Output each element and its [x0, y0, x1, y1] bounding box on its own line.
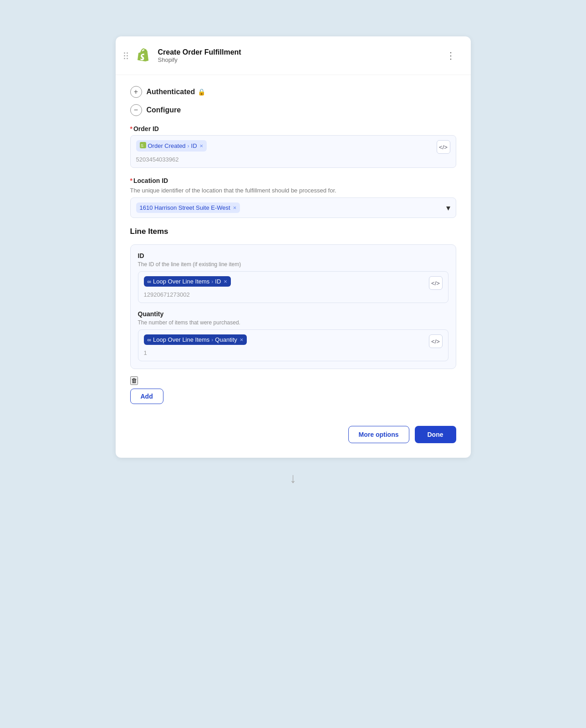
header-subtitle: Shopify — [158, 56, 443, 63]
line-item-quantity-input-box[interactable]: ∞ Loop Over Line Items › Quantity × 1 — [138, 329, 448, 361]
done-button[interactable]: Done — [415, 426, 456, 443]
order-id-token-row: S Order Created › ID × — [136, 140, 433, 152]
loop-quantity-infinity-icon: ∞ — [148, 337, 152, 343]
header-text: Create Order Fulfillment Shopify — [158, 48, 443, 63]
loop-id-arrow-icon: › — [211, 278, 213, 285]
line-item-id-value: 12920671273002 — [144, 289, 425, 298]
authenticated-label: Authenticated — [147, 88, 195, 96]
order-id-token-chip: S Order Created › ID × — [136, 140, 207, 152]
loop-id-infinity-icon: ∞ — [148, 278, 152, 285]
line-item-id-token-inner: ∞ Loop Over Line Items › ID × 1292067127 — [144, 276, 425, 298]
line-item-quantity-field: Quantity The number of items that were p… — [138, 310, 448, 361]
loop-id-chip-close[interactable]: × — [224, 278, 227, 285]
lock-icon: 🔒 — [198, 88, 205, 96]
order-id-label: *Order ID — [130, 125, 456, 132]
location-id-label: *Location ID — [130, 177, 456, 184]
line-item-quantity-token-row: ∞ Loop Over Line Items › Quantity × — [144, 334, 425, 345]
more-menu-button[interactable]: ⋮ — [443, 48, 460, 63]
line-item-quantity-label: Quantity — [138, 310, 448, 318]
line-item-quantity-desc: The number of items that were purchased. — [138, 319, 448, 326]
line-item-quantity-code-button[interactable]: </> — [429, 334, 443, 348]
location-id-required: * — [130, 177, 132, 184]
location-id-token-row: 1610 Harrison Street Suite E-West × — [136, 202, 446, 213]
loop-quantity-arrow-icon: › — [211, 337, 213, 343]
line-items-section: Line Items ID The ID of the line item (i… — [130, 227, 456, 404]
line-item-quantity-value: 1 — [144, 348, 425, 356]
line-item-id-field: ID The ID of the line item (if existing … — [138, 252, 448, 303]
line-item-group-container: ID The ID of the line item (if existing … — [130, 244, 456, 385]
line-item-id-desc: The ID of the line item (if existing lin… — [138, 261, 448, 268]
line-item-id-token-chip: ∞ Loop Over Line Items › ID × — [144, 276, 231, 287]
location-id-chevron-icon: ▾ — [446, 203, 450, 213]
order-id-input-box[interactable]: S Order Created › ID × 5203454033962 < — [130, 135, 456, 168]
location-id-section: *Location ID The unique identifier of th… — [130, 177, 456, 218]
authenticated-toggle[interactable]: + — [130, 86, 142, 98]
line-item-quantity-token-chip: ∞ Loop Over Line Items › Quantity × — [144, 334, 247, 345]
order-created-shopify-icon: S — [140, 142, 146, 150]
line-item-id-token-row: ∞ Loop Over Line Items › ID × — [144, 276, 425, 287]
card-header: Create Order Fulfillment Shopify ⋮ — [116, 36, 471, 75]
location-id-dropdown[interactable]: 1610 Harrison Street Suite E-West × ▾ — [130, 197, 456, 218]
line-item-group: ID The ID of the line item (if existing … — [130, 244, 456, 369]
location-id-desc: The unique identifier of the location th… — [130, 187, 456, 194]
configure-row: − Configure — [130, 104, 456, 116]
add-button[interactable]: Add — [130, 389, 163, 404]
shopify-logo-icon — [134, 46, 153, 66]
order-id-required: * — [130, 125, 132, 132]
order-id-value: 5203454033962 — [136, 154, 433, 163]
authenticated-row: + Authenticated 🔒 — [130, 86, 456, 98]
loop-quantity-chip-close[interactable]: × — [240, 336, 244, 343]
order-id-code-button[interactable]: </> — [437, 140, 450, 154]
order-id-token-inner: S Order Created › ID × 5203454033962 — [136, 140, 433, 163]
order-id-section: *Order ID S Order Created › — [130, 125, 456, 168]
location-id-chip-close[interactable]: × — [233, 204, 237, 211]
svg-text:S: S — [141, 143, 143, 148]
line-item-id-input-box[interactable]: ∞ Loop Over Line Items › ID × 1292067127 — [138, 271, 448, 303]
card-footer: More options Done — [116, 426, 471, 443]
location-id-chip: 1610 Harrison Street Suite E-West × — [136, 202, 240, 213]
order-id-arrow-icon: › — [188, 143, 189, 149]
line-item-quantity-token-inner: ∞ Loop Over Line Items › Quantity × 1 — [144, 334, 425, 356]
trash-icon: 🗑 — [131, 377, 137, 384]
drag-handle[interactable] — [124, 52, 128, 59]
order-id-chip-close[interactable]: × — [200, 142, 204, 149]
line-item-delete-button[interactable]: 🗑 — [130, 376, 138, 385]
line-item-id-label: ID — [138, 252, 448, 259]
line-items-header: Line Items — [130, 227, 456, 236]
line-item-id-code-button[interactable]: </> — [429, 276, 443, 290]
more-options-button[interactable]: More options — [348, 426, 409, 443]
header-title: Create Order Fulfillment — [158, 48, 443, 56]
down-arrow-icon: ↓ — [290, 470, 296, 486]
configure-label: Configure — [147, 106, 181, 114]
configure-toggle[interactable]: − — [130, 104, 142, 116]
